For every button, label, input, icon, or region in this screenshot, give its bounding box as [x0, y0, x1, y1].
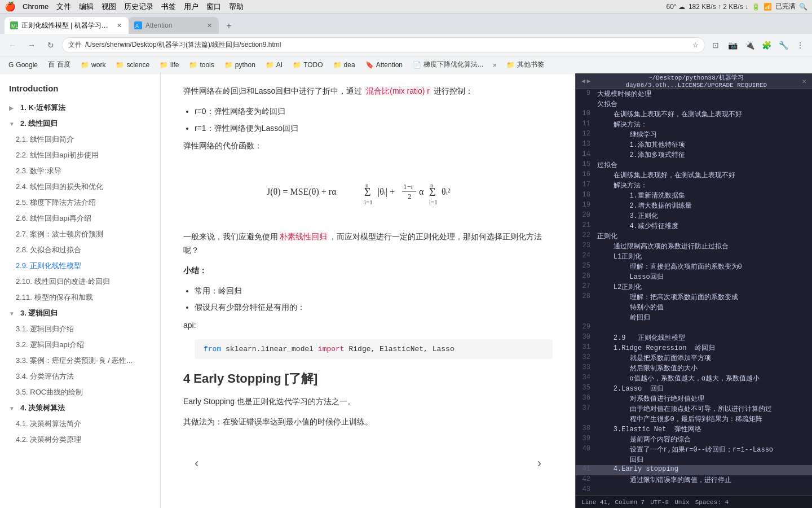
expand-icon: ▶	[9, 105, 17, 111]
bookmark-attention[interactable]: 🔖 Attention	[361, 59, 407, 71]
editor-line-13: 13 1.添加其他特征项	[576, 140, 812, 150]
toc-item-tree[interactable]: ▼ 4. 决策树算法	[0, 400, 160, 416]
address-bar[interactable]: 文件 /Users/sherwin/Desktop/机器学习(算法篇)/线性回归…	[62, 37, 705, 53]
line-num-24: 24	[577, 252, 595, 262]
prev-page-button[interactable]: ‹	[183, 452, 210, 475]
bookmark-other[interactable]: 📁 其他书签	[502, 58, 548, 71]
toc-item-41[interactable]: 4.1. 决策树算法简介	[0, 416, 160, 432]
menu-window[interactable]: 窗口	[206, 2, 221, 12]
bookmark-life[interactable]: 📁 life	[156, 59, 183, 71]
network-speed: 182 KB/s ↑ 2 KB/s ↓	[689, 3, 748, 11]
editor-line-26: 26 Lasso回归	[576, 272, 812, 282]
svg-text:|θᵢ| +: |θᵢ| +	[378, 187, 395, 197]
toc-item-26[interactable]: 2.6. 线性回归api再介绍	[0, 211, 160, 226]
other-icon: 📁	[506, 61, 515, 69]
highlight-mix-ratio: 混合比(mix ratio) r	[364, 86, 431, 95]
extension2-icon[interactable]: 🧩	[759, 38, 774, 52]
bookmark-dea[interactable]: 📁 dea	[329, 59, 359, 71]
line-num-37a: 37	[577, 404, 595, 414]
menu-edit[interactable]: 编辑	[79, 2, 94, 12]
toc-item-28[interactable]: 2.8. 欠拟合和过拟合	[0, 242, 160, 258]
menu-help[interactable]: 帮助	[229, 2, 244, 12]
line-num-13: 13	[577, 140, 595, 150]
back-button[interactable]: ←	[5, 37, 20, 53]
star-icon[interactable]: ☆	[692, 41, 699, 49]
menu-bookmarks[interactable]: 书签	[161, 2, 176, 12]
folder-icon-2: 📁	[116, 61, 124, 69]
screenshot-icon[interactable]: 📷	[725, 38, 740, 52]
extension1-icon[interactable]: 🔌	[742, 38, 757, 52]
toc-item-35[interactable]: 3.5. ROC曲线的绘制	[0, 384, 160, 400]
menu-file[interactable]: 文件	[56, 2, 71, 12]
editor-body[interactable]: 9 大规模时候的处理 欠拟合 10 在训练集上表现不好，在测试集上表现不好 11…	[576, 89, 812, 496]
toc-item-210[interactable]: 2.10. 线性回归的改进-岭回归	[0, 274, 160, 290]
editor-line-20: 20 3.正则化	[576, 211, 812, 221]
toc-item-22[interactable]: 2.2. 线性回归api初步使用	[0, 147, 160, 163]
arrow-left[interactable]: ◀	[581, 77, 585, 85]
editor-line-15: 15 过拟合	[576, 160, 812, 170]
toc-item-25[interactable]: 2.5. 梯度下降法方法介绍	[0, 195, 160, 211]
line-num-31: 31	[577, 343, 595, 353]
toc-item-32[interactable]: 3.2. 逻辑回归api介绍	[0, 337, 160, 353]
toc-item-logic[interactable]: ▼ 3. 逻辑回归	[0, 305, 160, 321]
toc-item-33[interactable]: 3.3. 案例：癌症分类预测-良 / 恶性...	[0, 353, 160, 369]
tab1-close[interactable]: ✕	[116, 21, 123, 30]
bookmark-ai[interactable]: 📁 AI	[262, 59, 286, 71]
bookmarks-more[interactable]: »	[489, 59, 500, 71]
code-classes: Ridge, ElasticNet, Lasso	[348, 345, 454, 353]
bookmark-work[interactable]: 📁 work	[77, 59, 109, 71]
arrow-right[interactable]: ▶	[587, 77, 591, 85]
menu-dots-icon[interactable]: ⋮	[793, 38, 807, 52]
bookmark-science[interactable]: 📁 science	[112, 59, 153, 71]
menu-user[interactable]: 用户	[184, 2, 198, 12]
status-line-ending: Unix	[674, 499, 689, 506]
toc-item-211[interactable]: 2.11. 模型的保存和加载	[0, 290, 160, 305]
toc-item-knn[interactable]: ▶ 1. K-近邻算法	[0, 100, 160, 116]
toc-item-21[interactable]: 2.1. 线性回归简介	[0, 132, 160, 147]
menu-chrome[interactable]: Chrome	[23, 2, 48, 11]
menu-history[interactable]: 历史记录	[124, 2, 153, 12]
bookmark-baidu[interactable]: 百 百度	[44, 58, 74, 71]
bookmark-tools[interactable]: 📁 tools	[185, 59, 218, 71]
bullet-item-2: r=1：弹性网络便为Lasso回归	[195, 122, 553, 135]
toc-item-27[interactable]: 2.7. 案例：波士顿房价预测	[0, 226, 160, 242]
toc-item-31[interactable]: 3.1. 逻辑回归介绍	[0, 321, 160, 337]
toc-item-42[interactable]: 4.2. 决策树分类原理	[0, 432, 160, 448]
line-content-12: 继续学习	[595, 130, 811, 140]
bookmark-todo-label: TODO	[303, 61, 323, 69]
bookmark-dea-label: dea	[344, 61, 355, 69]
forward-button[interactable]: →	[24, 37, 39, 53]
line-num-25: 25	[577, 262, 595, 272]
line-content-28b: 特别小的值	[595, 303, 811, 313]
tab-1[interactable]: ML 正则化线性模型 | 机器学习算法... ✕	[5, 17, 129, 34]
line-num-37b	[577, 414, 595, 424]
toc-item-24[interactable]: 2.4. 线性回归的损失和优化	[0, 179, 160, 195]
editor-tab-close[interactable]: ✕	[802, 77, 806, 86]
toc-item-34[interactable]: 3.4. 分类评估方法	[0, 369, 160, 384]
apple-logo[interactable]: 🍎	[5, 1, 16, 12]
toc-item-29[interactable]: 2.9. 正则化线性模型	[0, 258, 160, 274]
line-num-21: 21	[577, 221, 595, 231]
extension3-icon[interactable]: 🔧	[776, 38, 791, 52]
editor-arrows[interactable]: ◀ ▶	[581, 77, 590, 85]
bookmark-gradient[interactable]: 📄 梯度下降优化算法...	[409, 58, 487, 71]
toc-item-linear[interactable]: ▼ 2. 线性回归	[0, 116, 160, 132]
cast-icon[interactable]: ⊡	[708, 38, 723, 52]
bookmark-science-label: science	[126, 61, 149, 69]
bookmark-google[interactable]: G Google	[5, 59, 42, 71]
summary-bullet-1: 常用：岭回归	[195, 284, 553, 298]
line-num-38: 38	[577, 424, 595, 435]
menu-view[interactable]: 视图	[102, 2, 116, 12]
line-num-14: 14	[577, 150, 595, 160]
new-tab-button[interactable]: +	[221, 18, 237, 34]
tab-2[interactable]: A Attention ✕	[129, 17, 219, 34]
reload-button[interactable]: ↻	[43, 37, 59, 53]
tab-bar: ML 正则化线性模型 | 机器学习算法... ✕ A Attention ✕ +	[0, 14, 812, 34]
line-content-17: 解决方法：	[595, 181, 811, 191]
toc-item-23[interactable]: 2.3. 数学:求导	[0, 163, 160, 179]
bookmark-python[interactable]: 📁 python	[220, 59, 259, 71]
line-num-12: 12	[577, 130, 595, 140]
next-page-button[interactable]: ›	[526, 452, 553, 475]
bookmark-todo[interactable]: 📁 TODO	[289, 59, 326, 71]
tab2-close[interactable]: ✕	[206, 21, 213, 30]
